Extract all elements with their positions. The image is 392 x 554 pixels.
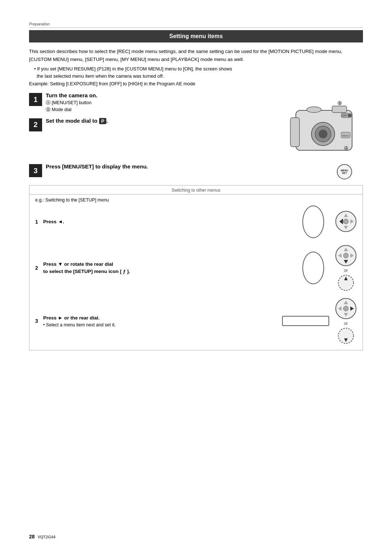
step-3-content: Press [MENU/SET] to display the menu. bbox=[46, 163, 337, 171]
sw-step-2-text: Press ▼ or rotate the rear dialto select… bbox=[43, 261, 295, 276]
step-1-title: Turn the camera on. bbox=[46, 92, 283, 98]
intro-bullet: • If you set [MENU RESUME] (P128) in the… bbox=[34, 65, 363, 80]
svg-point-13 bbox=[307, 107, 321, 113]
sw-step-1-content: Press ◄. bbox=[43, 218, 295, 225]
page-footer: 28 VQT2G44 bbox=[29, 534, 56, 539]
sw-step-2-content: Press ▼ or rotate the rear dialto select… bbox=[43, 261, 295, 276]
step-2-content: Set the mode dial to P. bbox=[46, 118, 283, 125]
intro-example: Example: Setting [I.EXPOSURE] from [OFF]… bbox=[29, 81, 363, 86]
switching-box: Switching to other menus e.g.: Switching… bbox=[29, 185, 363, 350]
step-1-number: 1 bbox=[29, 93, 42, 106]
step-2-row: 2 Set the mode dial to P. bbox=[29, 118, 283, 131]
section-title: Setting menu items bbox=[29, 30, 363, 42]
sw-step-1-num: 1 bbox=[35, 219, 43, 225]
svg-point-16 bbox=[343, 219, 348, 224]
svg-rect-1 bbox=[290, 118, 299, 147]
steps-1-2-area: 1 Turn the camera on. Ⓐ [MENU/SET] butto… bbox=[29, 92, 363, 158]
svg-rect-5 bbox=[332, 106, 347, 113]
step-3-number: 3 bbox=[29, 164, 42, 177]
svg-text:MENU: MENU bbox=[342, 135, 349, 137]
menu-set-icon-area: MENU SET bbox=[337, 163, 363, 179]
camera-image: Ⓑ OFF ON MENU Ⓐ bbox=[283, 92, 363, 158]
sw-step-1-oval bbox=[302, 205, 324, 238]
switching-box-title: Switching to other menus bbox=[29, 186, 363, 195]
sw-step-2-num: 2 bbox=[35, 265, 43, 271]
steps-1-2-left: 1 Turn the camera on. Ⓐ [MENU/SET] butto… bbox=[29, 92, 283, 136]
sw-step-1-dpad bbox=[335, 211, 357, 233]
switching-eg: e.g.: Switching to the [SETUP] menu bbox=[35, 197, 357, 203]
model-number: VQT2G44 bbox=[37, 535, 56, 539]
svg-point-4 bbox=[319, 130, 327, 138]
step-1-sub: Ⓐ [MENU/SET] button Ⓑ Mode dial bbox=[46, 99, 283, 113]
step-3-row: 3 Press [MENU/SET] to display the menu. … bbox=[29, 163, 363, 179]
sw-step-3: 3 Press ► or the rear dial. • Select a m… bbox=[35, 298, 357, 344]
sw-step-2-oval bbox=[302, 252, 324, 284]
sw-step-3-content: Press ► or the rear dial. • Select a men… bbox=[43, 314, 275, 327]
sw-step-3-text: Press ► or the rear dial. bbox=[43, 314, 275, 322]
svg-text:Ⓐ: Ⓐ bbox=[344, 146, 348, 150]
sw-step-3-icons: or bbox=[335, 298, 357, 344]
svg-point-30 bbox=[343, 306, 348, 311]
intro-paragraph-1: This section describes how to select the… bbox=[29, 48, 363, 63]
step-2-number: 2 bbox=[29, 118, 42, 131]
step-1-row: 1 Turn the camera on. Ⓐ [MENU/SET] butto… bbox=[29, 92, 283, 113]
sw-step-2-icons: or bbox=[335, 245, 357, 291]
menu-set-icon: MENU SET bbox=[337, 164, 352, 179]
camera-svg: Ⓑ OFF ON MENU Ⓐ bbox=[285, 96, 361, 158]
sw-step-3-num: 3 bbox=[35, 318, 43, 324]
sw-step-3-rect bbox=[282, 316, 329, 326]
svg-point-22 bbox=[343, 253, 348, 258]
step-2-title: Set the mode dial to P. bbox=[46, 118, 283, 124]
sw-step-1: 1 Press ◄. bbox=[35, 205, 357, 238]
svg-rect-9 bbox=[348, 114, 351, 117]
sw-step-3-sub: • Select a menu item next and set it. bbox=[43, 322, 275, 327]
sw-step-3-or: or bbox=[344, 321, 348, 326]
section-label: Preparation bbox=[29, 22, 363, 28]
sw-step-1-text: Press ◄. bbox=[43, 218, 295, 225]
svg-text:Ⓑ: Ⓑ bbox=[338, 101, 342, 105]
page-number: 28 bbox=[29, 534, 35, 539]
sw-step-2: 2 Press ▼ or rotate the rear dialto sele… bbox=[35, 245, 357, 291]
page: Preparation Setting menu items This sect… bbox=[0, 0, 392, 554]
step-3-title: Press [MENU/SET] to display the menu. bbox=[46, 163, 337, 170]
sw-step-2-or: or bbox=[344, 268, 348, 273]
step-1-content: Turn the camera on. Ⓐ [MENU/SET] button … bbox=[46, 92, 283, 113]
